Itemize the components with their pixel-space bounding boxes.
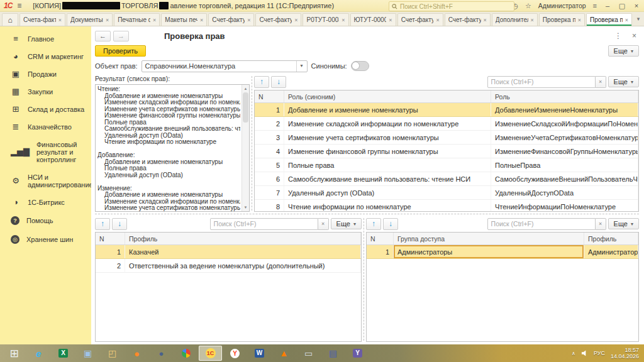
role-name-cell[interactable]: ИзменениеФинансовойГруппыНоменклатуры bbox=[491, 145, 638, 158]
column-header[interactable]: Профиль bbox=[584, 233, 638, 245]
tab-close-icon[interactable]: × bbox=[294, 17, 297, 23]
access-group-row[interactable]: 1 Администраторы Администратор bbox=[367, 245, 638, 259]
form-menu-icon[interactable]: ⋮ bbox=[609, 31, 627, 40]
more-button-profiles[interactable]: Еще ▾ bbox=[331, 218, 362, 229]
move-up-button[interactable]: ↑ bbox=[366, 218, 381, 230]
more-button-roles[interactable]: Еще ▾ bbox=[608, 76, 639, 87]
search-input[interactable] bbox=[487, 76, 596, 88]
tab-close-icon[interactable]: × bbox=[625, 17, 628, 23]
clear-search-icon[interactable]: × bbox=[596, 76, 606, 88]
document-tab[interactable]: Проверка п... × bbox=[586, 13, 632, 26]
vlc-icon[interactable]: ▲ bbox=[272, 346, 296, 361]
current-user[interactable]: Администратор bbox=[538, 2, 586, 9]
document-tab[interactable]: Р0ТУТ-000326 × bbox=[303, 13, 348, 26]
main-menu-icon[interactable]: ≡ bbox=[17, 1, 21, 10]
yandex-browser-icon[interactable]: Y bbox=[223, 346, 247, 361]
file-explorer-icon[interactable]: ◰ bbox=[101, 346, 124, 361]
role-name-cell[interactable]: СамообслуживаниеВнешнийПользовательЧтени… bbox=[491, 172, 638, 186]
tab-close-icon[interactable]: × bbox=[389, 17, 392, 23]
vpn-lock-icon[interactable]: ● bbox=[150, 346, 173, 361]
role-row[interactable]: 3 Изменение учета сертификатов номенклат… bbox=[255, 131, 638, 145]
column-header[interactable]: Профиль bbox=[125, 233, 361, 245]
column-header[interactable]: N bbox=[96, 233, 125, 245]
role-synonym-cell[interactable]: Изменение учета сертификатов номенклатур… bbox=[284, 131, 491, 145]
forward-button[interactable]: → bbox=[113, 31, 129, 41]
column-header[interactable]: Роль bbox=[491, 90, 638, 103]
group-profile-cell[interactable]: Администратор bbox=[584, 245, 638, 259]
tab-close-icon[interactable]: × bbox=[484, 17, 487, 23]
move-up-button[interactable]: ↑ bbox=[95, 218, 110, 230]
search-input[interactable] bbox=[487, 218, 596, 230]
access-group-cell[interactable]: Администраторы bbox=[394, 245, 584, 259]
tab-close-icon[interactable]: × bbox=[200, 17, 203, 23]
sidebar-item[interactable]: ≣ Казначейство bbox=[0, 118, 91, 136]
sidebar-item[interactable]: ? Помощь bbox=[0, 211, 91, 230]
sidebar-item[interactable]: ≡ Главное bbox=[0, 30, 91, 48]
clear-search-icon[interactable]: × bbox=[596, 218, 606, 230]
sidebar-item[interactable]: ⊞ Склад и доставка bbox=[0, 101, 91, 118]
role-synonym-cell[interactable]: Изменение финансовой группы номенклатуры bbox=[284, 145, 491, 158]
more-button-groups[interactable]: Еще ▾ bbox=[608, 218, 639, 229]
1c-app-icon[interactable]: 1С bbox=[199, 346, 222, 361]
search-input[interactable] bbox=[210, 218, 318, 230]
role-synonym-cell[interactable]: Чтение информации по номенклатуре bbox=[284, 200, 491, 212]
profile-cell[interactable]: Ответственный за ведение номенклатуры (д… bbox=[125, 259, 361, 273]
role-name-cell[interactable]: УдаленныйДоступOData bbox=[491, 186, 638, 200]
document-tab[interactable]: Проверка п... × bbox=[539, 13, 585, 26]
vertical-splitter[interactable] bbox=[250, 75, 254, 212]
floppy-save-icon[interactable]: ▤ bbox=[321, 346, 345, 361]
synonyms-toggle[interactable] bbox=[351, 61, 369, 71]
column-header[interactable]: N bbox=[255, 90, 284, 103]
tab-close-icon[interactable]: × bbox=[106, 17, 109, 23]
document-tab[interactable]: Дополнител... × bbox=[492, 13, 538, 26]
volume-icon[interactable] bbox=[581, 350, 588, 356]
sidebar-item[interactable]: ▦ Закупки bbox=[0, 83, 91, 101]
column-header[interactable]: N bbox=[367, 233, 394, 245]
remote-desktop-icon[interactable]: ▭ bbox=[297, 346, 320, 361]
y-tool-icon[interactable]: Y bbox=[346, 346, 369, 361]
document-tab[interactable]: Счет-факту... × bbox=[445, 13, 491, 26]
clear-search-icon[interactable]: × bbox=[318, 218, 329, 230]
sidebar-item[interactable]: ⚙ НСИ и администрирование bbox=[0, 168, 91, 194]
document-tab[interactable]: Макеты печ... × bbox=[161, 13, 207, 26]
global-search-input[interactable]: Поиск Ctrl+Shift+F bbox=[389, 1, 514, 11]
document-tab[interactable]: Печатные ф... × bbox=[114, 13, 160, 26]
tab-close-icon[interactable]: × bbox=[341, 17, 345, 23]
check-button[interactable]: Проверить bbox=[95, 45, 146, 57]
tab-close-icon[interactable]: × bbox=[436, 17, 439, 23]
vertical-splitter[interactable] bbox=[362, 217, 366, 342]
sidebar-item[interactable]: ◎ Хранение шин bbox=[0, 230, 91, 249]
role-row[interactable]: 4 Изменение финансовой группы номенклату… bbox=[255, 145, 638, 158]
scrollbar-thumb[interactable] bbox=[243, 92, 248, 123]
role-name-cell[interactable]: ЧтениеИнформацииПоНоменклатуре bbox=[491, 200, 638, 212]
word-icon[interactable]: W bbox=[248, 346, 271, 361]
move-up-button[interactable]: ↑ bbox=[254, 76, 269, 88]
tab-overflow-icon[interactable]: ▾ bbox=[633, 12, 644, 26]
combobox-dropdown-icon[interactable]: ▾ bbox=[296, 61, 307, 72]
display-settings-icon[interactable]: ▣ bbox=[76, 346, 99, 361]
role-name-cell[interactable]: ИзменениеУчетаСертификатовНоменклатуры bbox=[491, 131, 638, 145]
document-tab[interactable]: Счет-факту... × bbox=[397, 13, 443, 26]
document-tab[interactable]: Счет-факту... × bbox=[208, 13, 254, 26]
move-down-button[interactable]: ↓ bbox=[112, 218, 127, 230]
role-row[interactable]: 6 Самообслуживание внешний пользователь:… bbox=[255, 172, 638, 186]
sidebar-item[interactable]: ◕ CRM и маркетинг bbox=[0, 48, 91, 65]
role-row[interactable]: 1 Добавление и изменение номенклатуры До… bbox=[255, 103, 638, 117]
more-button-form[interactable]: Еще ▾ bbox=[608, 45, 639, 57]
role-row[interactable]: 5 Полные права ПолныеПрава bbox=[255, 158, 638, 172]
tab-home[interactable]: ⌂ bbox=[2, 13, 18, 26]
role-name-cell[interactable]: ПолныеПрава bbox=[491, 158, 638, 172]
excel-icon[interactable]: X bbox=[52, 346, 75, 361]
move-down-button[interactable]: ↓ bbox=[271, 76, 286, 88]
role-synonym-cell[interactable]: Полные права bbox=[284, 158, 491, 172]
tab-close-icon[interactable]: × bbox=[247, 17, 250, 23]
firefox-icon[interactable]: ● bbox=[125, 346, 148, 361]
tab-close-icon[interactable]: × bbox=[578, 17, 581, 23]
role-row[interactable]: 7 Удаленный доступ (OData) УдаленныйДост… bbox=[255, 186, 638, 200]
role-synonym-cell[interactable]: Самообслуживание внешний пользователь: ч… bbox=[284, 172, 491, 186]
sidebar-item[interactable]: ▣ Продажи bbox=[0, 65, 91, 83]
profile-row[interactable]: 2 Ответственный за ведение номенклатуры … bbox=[96, 259, 361, 273]
role-name-cell[interactable]: ДобавлениеИзменениеНоменклатуры bbox=[491, 103, 638, 117]
clock[interactable]: 18:57 14.04.2026 bbox=[611, 347, 639, 359]
internet-explorer-icon[interactable]: e bbox=[27, 346, 50, 361]
